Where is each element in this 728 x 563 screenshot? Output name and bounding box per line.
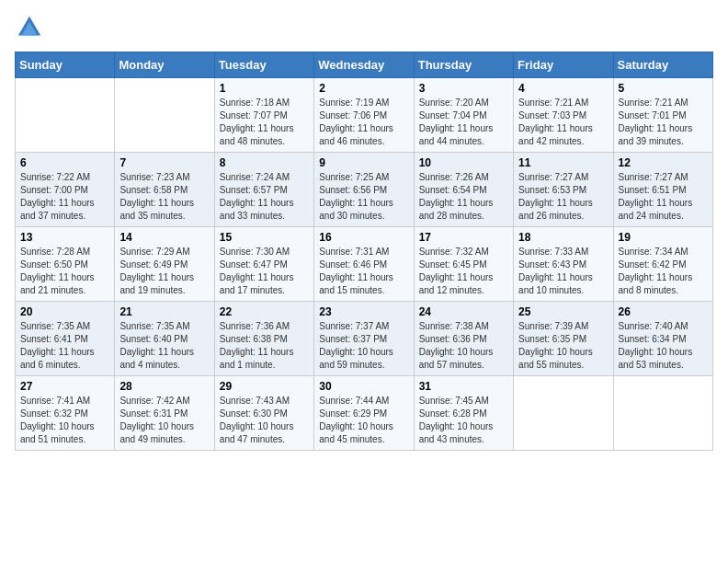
calendar-cell: 2Sunrise: 7:19 AMSunset: 7:06 PMDaylight… — [314, 78, 414, 153]
calendar-cell: 24Sunrise: 7:38 AMSunset: 6:36 PMDayligh… — [414, 302, 513, 376]
header-tuesday: Tuesday — [214, 52, 313, 78]
page-header — [15, 15, 713, 40]
header-wednesday: Wednesday — [314, 52, 414, 78]
calendar-cell: 1Sunrise: 7:18 AMSunset: 7:07 PMDaylight… — [214, 78, 313, 153]
calendar-cell — [16, 78, 115, 153]
calendar-cell: 7Sunrise: 7:23 AMSunset: 6:58 PMDaylight… — [115, 153, 214, 227]
calendar-cell: 30Sunrise: 7:44 AMSunset: 6:29 PMDayligh… — [314, 376, 414, 451]
day-number: 18 — [518, 231, 608, 244]
day-number: 22 — [220, 305, 309, 318]
calendar-cell: 29Sunrise: 7:43 AMSunset: 6:30 PMDayligh… — [214, 376, 313, 451]
day-info: Sunrise: 7:34 AMSunset: 6:42 PMDaylight:… — [619, 246, 708, 297]
day-info: Sunrise: 7:39 AMSunset: 6:35 PMDaylight:… — [518, 320, 608, 372]
calendar-cell: 13Sunrise: 7:28 AMSunset: 6:50 PMDayligh… — [16, 227, 115, 302]
calendar-week-3: 20Sunrise: 7:35 AMSunset: 6:41 PMDayligh… — [16, 302, 713, 376]
day-number: 19 — [619, 231, 708, 244]
day-number: 31 — [419, 380, 508, 393]
calendar-cell — [514, 376, 613, 451]
day-info: Sunrise: 7:31 AMSunset: 6:46 PMDaylight:… — [319, 246, 408, 297]
header-monday: Monday — [115, 52, 214, 78]
calendar-cell: 15Sunrise: 7:30 AMSunset: 6:47 PMDayligh… — [214, 227, 313, 302]
day-number: 27 — [20, 380, 109, 393]
day-info: Sunrise: 7:40 AMSunset: 6:34 PMDaylight:… — [619, 320, 708, 372]
day-info: Sunrise: 7:27 AMSunset: 6:53 PMDaylight:… — [518, 171, 608, 223]
day-number: 11 — [518, 156, 608, 169]
calendar-cell: 10Sunrise: 7:26 AMSunset: 6:54 PMDayligh… — [414, 153, 513, 227]
day-info: Sunrise: 7:45 AMSunset: 6:28 PMDaylight:… — [419, 395, 508, 446]
day-number: 13 — [20, 231, 109, 244]
day-info: Sunrise: 7:35 AMSunset: 6:41 PMDaylight:… — [20, 320, 109, 372]
calendar-cell: 21Sunrise: 7:35 AMSunset: 6:40 PMDayligh… — [115, 302, 214, 376]
calendar-header-row: SundayMondayTuesdayWednesdayThursdayFrid… — [16, 52, 713, 78]
day-info: Sunrise: 7:36 AMSunset: 6:38 PMDaylight:… — [220, 320, 309, 372]
day-number: 16 — [319, 231, 408, 244]
calendar-cell: 26Sunrise: 7:40 AMSunset: 6:34 PMDayligh… — [613, 302, 712, 376]
day-info: Sunrise: 7:19 AMSunset: 7:06 PMDaylight:… — [319, 97, 408, 148]
day-info: Sunrise: 7:23 AMSunset: 6:58 PMDaylight:… — [119, 171, 209, 223]
calendar-table: SundayMondayTuesdayWednesdayThursdayFrid… — [15, 52, 713, 451]
day-number: 14 — [119, 231, 209, 244]
calendar-cell: 20Sunrise: 7:35 AMSunset: 6:41 PMDayligh… — [16, 302, 115, 376]
calendar-cell: 12Sunrise: 7:27 AMSunset: 6:51 PMDayligh… — [613, 153, 712, 227]
header-sunday: Sunday — [16, 52, 115, 78]
calendar-cell: 27Sunrise: 7:41 AMSunset: 6:32 PMDayligh… — [16, 376, 115, 451]
calendar-cell: 4Sunrise: 7:21 AMSunset: 7:03 PMDaylight… — [514, 78, 613, 153]
day-info: Sunrise: 7:32 AMSunset: 6:45 PMDaylight:… — [419, 246, 508, 297]
day-number: 23 — [319, 305, 408, 318]
day-info: Sunrise: 7:24 AMSunset: 6:57 PMDaylight:… — [220, 171, 309, 223]
calendar-week-1: 6Sunrise: 7:22 AMSunset: 7:00 PMDaylight… — [16, 153, 713, 227]
day-info: Sunrise: 7:42 AMSunset: 6:31 PMDaylight:… — [119, 395, 209, 446]
calendar-cell: 22Sunrise: 7:36 AMSunset: 6:38 PMDayligh… — [214, 302, 313, 376]
header-friday: Friday — [514, 52, 613, 78]
header-thursday: Thursday — [414, 52, 513, 78]
day-info: Sunrise: 7:21 AMSunset: 7:03 PMDaylight:… — [518, 97, 608, 148]
logo-icon — [17, 15, 42, 40]
day-number: 25 — [518, 305, 608, 318]
day-info: Sunrise: 7:30 AMSunset: 6:47 PMDaylight:… — [220, 246, 309, 297]
day-info: Sunrise: 7:25 AMSunset: 6:56 PMDaylight:… — [319, 171, 408, 223]
day-number: 1 — [220, 82, 309, 95]
logo — [15, 15, 42, 40]
day-info: Sunrise: 7:29 AMSunset: 6:49 PMDaylight:… — [119, 246, 209, 297]
day-number: 10 — [419, 156, 508, 169]
day-number: 7 — [119, 156, 209, 169]
calendar-cell: 11Sunrise: 7:27 AMSunset: 6:53 PMDayligh… — [514, 153, 613, 227]
calendar-cell: 3Sunrise: 7:20 AMSunset: 7:04 PMDaylight… — [414, 78, 513, 153]
day-info: Sunrise: 7:37 AMSunset: 6:37 PMDaylight:… — [319, 320, 408, 372]
day-number: 20 — [20, 305, 109, 318]
day-info: Sunrise: 7:33 AMSunset: 6:43 PMDaylight:… — [518, 246, 608, 297]
day-info: Sunrise: 7:28 AMSunset: 6:50 PMDaylight:… — [20, 246, 109, 297]
day-info: Sunrise: 7:35 AMSunset: 6:40 PMDaylight:… — [119, 320, 209, 372]
day-number: 21 — [119, 305, 209, 318]
calendar-cell: 19Sunrise: 7:34 AMSunset: 6:42 PMDayligh… — [613, 227, 712, 302]
day-number: 9 — [319, 156, 408, 169]
calendar-cell: 18Sunrise: 7:33 AMSunset: 6:43 PMDayligh… — [514, 227, 613, 302]
calendar-week-0: 1Sunrise: 7:18 AMSunset: 7:07 PMDaylight… — [16, 78, 713, 153]
day-number: 29 — [220, 380, 309, 393]
day-number: 3 — [419, 82, 508, 95]
day-info: Sunrise: 7:44 AMSunset: 6:29 PMDaylight:… — [319, 395, 408, 446]
calendar-cell: 9Sunrise: 7:25 AMSunset: 6:56 PMDaylight… — [314, 153, 414, 227]
day-info: Sunrise: 7:26 AMSunset: 6:54 PMDaylight:… — [419, 171, 508, 223]
day-number: 26 — [619, 305, 708, 318]
day-info: Sunrise: 7:20 AMSunset: 7:04 PMDaylight:… — [419, 97, 508, 148]
day-number: 17 — [419, 231, 508, 244]
calendar-cell: 23Sunrise: 7:37 AMSunset: 6:37 PMDayligh… — [314, 302, 414, 376]
day-number: 4 — [518, 82, 608, 95]
calendar-cell: 28Sunrise: 7:42 AMSunset: 6:31 PMDayligh… — [115, 376, 214, 451]
day-info: Sunrise: 7:18 AMSunset: 7:07 PMDaylight:… — [220, 97, 309, 148]
calendar-cell: 14Sunrise: 7:29 AMSunset: 6:49 PMDayligh… — [115, 227, 214, 302]
day-number: 5 — [619, 82, 708, 95]
day-number: 30 — [319, 380, 408, 393]
calendar-cell: 5Sunrise: 7:21 AMSunset: 7:01 PMDaylight… — [613, 78, 712, 153]
day-number: 28 — [119, 380, 209, 393]
day-info: Sunrise: 7:43 AMSunset: 6:30 PMDaylight:… — [220, 395, 309, 446]
calendar-cell: 16Sunrise: 7:31 AMSunset: 6:46 PMDayligh… — [314, 227, 414, 302]
day-number: 8 — [220, 156, 309, 169]
calendar-week-2: 13Sunrise: 7:28 AMSunset: 6:50 PMDayligh… — [16, 227, 713, 302]
calendar-week-4: 27Sunrise: 7:41 AMSunset: 6:32 PMDayligh… — [16, 376, 713, 451]
calendar-cell — [613, 376, 712, 451]
day-number: 2 — [319, 82, 408, 95]
day-info: Sunrise: 7:21 AMSunset: 7:01 PMDaylight:… — [619, 97, 708, 148]
calendar-cell: 17Sunrise: 7:32 AMSunset: 6:45 PMDayligh… — [414, 227, 513, 302]
